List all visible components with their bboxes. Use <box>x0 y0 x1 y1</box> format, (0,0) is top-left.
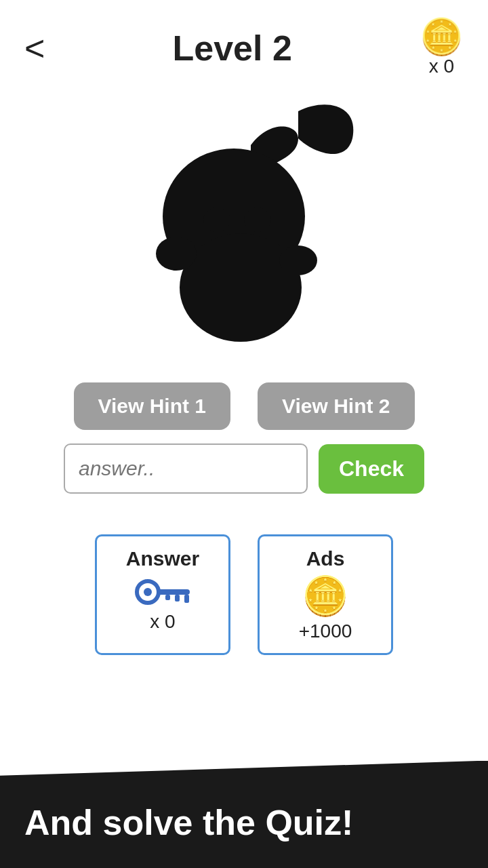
svg-point-4 <box>203 208 230 232</box>
ads-powerup-count: +1000 <box>299 620 352 642</box>
coins-count: x 0 <box>429 56 454 77</box>
svg-point-3 <box>279 245 317 275</box>
powerups-row: Answer x 0 Ads 🪙 +1000 <box>0 514 488 669</box>
check-button[interactable]: Check <box>319 444 424 494</box>
key-icon-wrap <box>129 577 197 611</box>
svg-rect-10 <box>184 595 189 603</box>
ads-powerup-card[interactable]: Ads 🪙 +1000 <box>258 534 393 655</box>
answer-powerup-card[interactable]: Answer x 0 <box>95 534 230 655</box>
svg-rect-8 <box>175 595 180 601</box>
svg-point-1 <box>180 233 302 342</box>
header: < Level 2 🪙 x 0 <box>0 0 488 84</box>
bottom-banner: And solve the Quiz! <box>0 761 488 868</box>
hint1-button[interactable]: View Hint 1 <box>74 382 231 430</box>
svg-point-5 <box>244 208 271 232</box>
coins-pile-icon: 🪙 <box>302 577 349 615</box>
coins-icon: 🪙 <box>420 19 464 54</box>
pokemon-silhouette <box>115 91 373 362</box>
hint2-button[interactable]: View Hint 2 <box>258 382 415 430</box>
ads-powerup-title: Ads <box>306 547 345 570</box>
svg-point-2 <box>156 237 197 271</box>
answer-input[interactable] <box>64 443 308 494</box>
answer-powerup-title: Answer <box>126 547 199 570</box>
svg-rect-9 <box>165 595 170 600</box>
back-button[interactable]: < <box>24 31 45 66</box>
answer-powerup-count: x 0 <box>150 611 175 633</box>
svg-rect-7 <box>157 589 190 595</box>
hints-row: View Hint 1 View Hint 2 <box>0 376 488 443</box>
svg-point-11 <box>144 588 152 596</box>
level-title: Level 2 <box>173 28 292 68</box>
key-icon <box>129 577 197 611</box>
silhouette-area <box>0 84 488 376</box>
banner-text: And solve the Quiz! <box>24 802 353 844</box>
answer-row: Check <box>0 443 488 514</box>
coins-area: 🪙 x 0 <box>420 19 464 77</box>
